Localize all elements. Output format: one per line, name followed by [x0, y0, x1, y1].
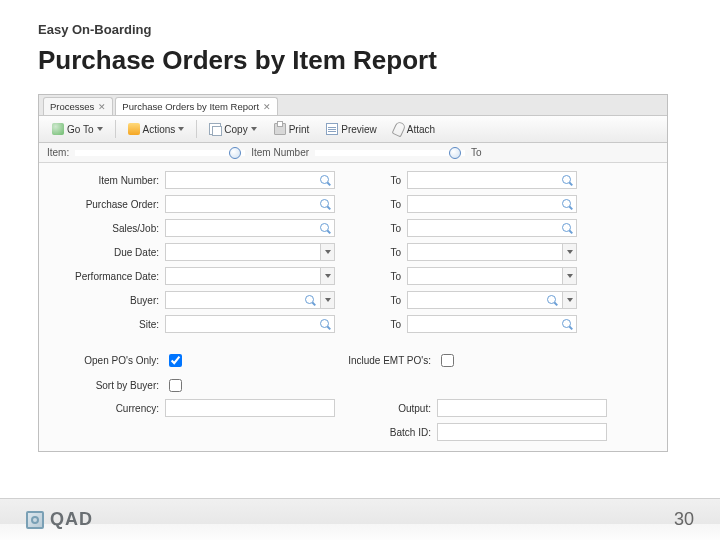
label-to: To — [341, 199, 401, 210]
close-icon[interactable]: ✕ — [98, 102, 106, 112]
search-icon[interactable] — [561, 222, 573, 234]
checkbox-sort-by-buyer[interactable] — [169, 379, 182, 392]
chevron-down-icon[interactable] — [320, 244, 334, 260]
search-icon[interactable] — [561, 318, 573, 330]
print-icon — [274, 123, 286, 135]
label-sales-job: Sales/Job: — [49, 223, 159, 234]
checkbox-open-po-only[interactable] — [169, 354, 182, 367]
output-row: Currency: Output: Batch ID: — [39, 395, 667, 451]
label-open-po-only: Open PO's Only: — [49, 355, 159, 366]
chevron-down-icon — [178, 127, 184, 131]
application-window: Processes ✕ Purchase Orders by Item Repo… — [38, 94, 668, 452]
label-include-emt: Include EMT PO's: — [341, 355, 431, 366]
actions-label: Actions — [143, 124, 176, 135]
input-batch-id[interactable] — [437, 423, 607, 441]
chevron-down-icon[interactable] — [562, 292, 576, 308]
goto-label: Go To — [67, 124, 94, 135]
goto-button[interactable]: Go To — [45, 120, 110, 138]
input-site-to[interactable] — [407, 315, 577, 333]
attach-button[interactable]: Attach — [387, 119, 442, 139]
input-item-number-from[interactable] — [165, 171, 335, 189]
chevron-down-icon[interactable] — [320, 292, 334, 308]
input-salesjob-from[interactable] — [165, 219, 335, 237]
label-due-date: Due Date: — [49, 247, 159, 258]
copy-button[interactable]: Copy — [202, 120, 263, 138]
label-to: To — [341, 175, 401, 186]
toolbar: Go To Actions Copy Print Preview — [39, 116, 667, 143]
label-item-number: Item Number: — [49, 175, 159, 186]
input-perfdate-from[interactable] — [165, 267, 335, 285]
input-site-from[interactable] — [165, 315, 335, 333]
options-row: Open PO's Only: Include EMT PO's: Sort b… — [39, 345, 667, 395]
paperclip-icon — [391, 121, 406, 138]
filter-col1-value[interactable] — [315, 150, 465, 156]
label-to: To — [341, 271, 401, 282]
preview-icon — [326, 123, 338, 135]
copy-icon — [209, 123, 221, 135]
label-to: To — [341, 223, 401, 234]
label-currency: Currency: — [49, 403, 159, 414]
tab-po-by-item-report[interactable]: Purchase Orders by Item Report ✕ — [115, 97, 278, 115]
chevron-down-icon — [251, 127, 257, 131]
input-duedate-to[interactable] — [407, 243, 577, 261]
input-perfdate-to[interactable] — [407, 267, 577, 285]
filter-col2-label: To — [471, 147, 482, 158]
input-buyer-from[interactable] — [165, 291, 335, 309]
page-number: 30 — [674, 509, 694, 530]
search-icon[interactable] — [319, 198, 331, 210]
search-icon[interactable] — [319, 222, 331, 234]
print-label: Print — [289, 124, 310, 135]
label-to: To — [341, 247, 401, 258]
label-sort-by-buyer: Sort by Buyer: — [49, 380, 159, 391]
preview-label: Preview — [341, 124, 377, 135]
input-item-number-to[interactable] — [407, 171, 577, 189]
search-icon[interactable] — [319, 318, 331, 330]
search-icon[interactable] — [304, 294, 316, 306]
search-icon[interactable] — [561, 174, 573, 186]
label-performance-date: Performance Date: — [49, 271, 159, 282]
close-icon[interactable]: ✕ — [263, 102, 271, 112]
criteria-form: Item Number: To Purchase Order: To Sales… — [39, 163, 667, 345]
chevron-down-icon — [97, 127, 103, 131]
slide-eyebrow: Easy On-Boarding — [38, 22, 682, 37]
actions-icon — [128, 123, 140, 135]
separator — [196, 120, 197, 138]
page-title: Purchase Orders by Item Report — [38, 45, 682, 76]
input-salesjob-to[interactable] — [407, 219, 577, 237]
input-output[interactable] — [437, 399, 607, 417]
input-currency[interactable] — [165, 399, 335, 417]
label-output: Output: — [341, 403, 431, 414]
tab-processes[interactable]: Processes ✕ — [43, 97, 113, 115]
tab-label: Processes — [50, 101, 94, 112]
print-button[interactable]: Print — [267, 120, 317, 138]
copy-label: Copy — [224, 124, 247, 135]
filter-item-value[interactable] — [75, 150, 245, 156]
search-icon[interactable] — [319, 174, 331, 186]
label-to: To — [341, 319, 401, 330]
search-icon[interactable] — [546, 294, 558, 306]
input-duedate-from[interactable] — [165, 243, 335, 261]
actions-button[interactable]: Actions — [121, 120, 192, 138]
logo-icon — [26, 511, 44, 529]
slide-footer: QAD 30 — [0, 498, 720, 540]
brand-text: QAD — [50, 509, 93, 530]
search-icon[interactable] — [561, 198, 573, 210]
tab-label: Purchase Orders by Item Report — [122, 101, 259, 112]
chevron-down-icon[interactable] — [320, 268, 334, 284]
label-batch-id: Batch ID: — [341, 427, 431, 438]
separator — [115, 120, 116, 138]
checkbox-include-emt[interactable] — [441, 354, 454, 367]
filter-item-label: Item: — [47, 147, 69, 158]
document-tabs: Processes ✕ Purchase Orders by Item Repo… — [39, 95, 667, 116]
input-po-from[interactable] — [165, 195, 335, 213]
goto-icon — [52, 123, 64, 135]
input-po-to[interactable] — [407, 195, 577, 213]
brand-logo: QAD — [26, 509, 93, 530]
label-buyer: Buyer: — [49, 295, 159, 306]
preview-button[interactable]: Preview — [319, 120, 384, 138]
input-buyer-to[interactable] — [407, 291, 577, 309]
chevron-down-icon[interactable] — [562, 268, 576, 284]
label-to: To — [341, 295, 401, 306]
attach-label: Attach — [407, 124, 435, 135]
chevron-down-icon[interactable] — [562, 244, 576, 260]
